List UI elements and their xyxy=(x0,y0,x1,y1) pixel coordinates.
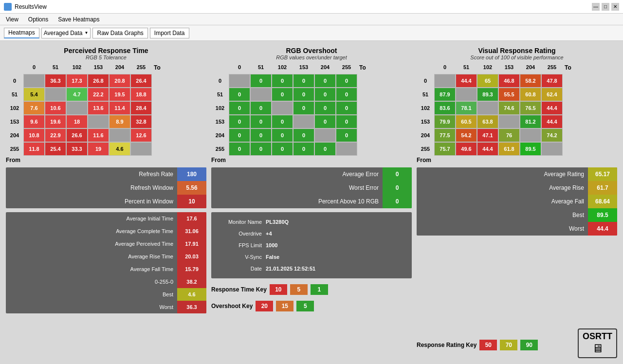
avg-complete-label: Average Complete Time xyxy=(6,228,177,234)
prt-cell-1-0: 5.4 xyxy=(23,88,45,101)
prt-col-255: 255 xyxy=(130,60,152,74)
rgb-row-51: 51 0 0 0 0 0 xyxy=(211,88,357,101)
prt-cell-1-4: 19.5 xyxy=(109,88,130,101)
avg-fall-row: Average Fall Time 15.79 xyxy=(6,263,206,275)
prt-cell-2-3: 13.6 xyxy=(88,101,109,115)
best-rating-row: Best 89.5 xyxy=(417,208,617,222)
prt-row-0: 0 36.3 17.3 26.8 20.8 26.4 xyxy=(6,74,152,88)
overshoot-key-container: Overshoot Key 20 15 5 xyxy=(211,301,412,311)
percent-above-label: Percent Above 10 RGB xyxy=(211,198,383,205)
vrr-row-102: 102 83.6 78.1 74.6 76.5 44.4 xyxy=(417,101,563,115)
monitor-name-value: PL3280Q xyxy=(266,219,289,225)
avg-rise-label: Average Rise Time xyxy=(6,254,177,259)
prt-cell-1-3: 22.2 xyxy=(88,88,109,101)
overdrive-value: +4 xyxy=(266,231,272,237)
close-button[interactable]: ✕ xyxy=(611,3,619,11)
best-rating-label: Best xyxy=(417,212,588,218)
rgb-row-204: 204 0 0 0 0 0 xyxy=(211,128,357,142)
worst-error-value: 0 xyxy=(383,181,412,195)
minimize-button[interactable]: — xyxy=(592,3,600,11)
percent-above-row: Percent Above 10 RGB 0 xyxy=(211,195,412,208)
worst-rating-value: 44.4 xyxy=(588,222,617,236)
osrtt-logo: OSRTT 🖥 xyxy=(578,328,617,358)
avg-error-value: 0 xyxy=(383,167,412,181)
worst-error-row: Worst Error 0 xyxy=(211,181,412,195)
prt-cell-2-4: 11.4 xyxy=(109,101,130,115)
raw-data-graphs-button[interactable]: Raw Data Graphs xyxy=(92,28,147,38)
monitor-name-row: Monitor Name PL3280Q xyxy=(217,216,406,228)
overdrive-row: Overdrive +4 xyxy=(217,228,406,239)
prt-cell-5-4: 4.6 xyxy=(109,142,130,156)
prt-cell-0-4: 20.8 xyxy=(109,74,130,88)
avg-rise-row: Average Rise 61.7 xyxy=(417,181,617,195)
prt-row-255: 255 11.8 25.4 33.3 19 4.6 xyxy=(6,142,152,156)
prt-cell-3-0: 9.6 xyxy=(23,115,45,128)
overshoot-key-label: Overshoot Key xyxy=(211,303,253,309)
rgb-grid: 0 51 102 153 204 255 0 0 0 0 0 0 xyxy=(211,60,357,164)
percent-window-value: 10 xyxy=(177,195,206,208)
prt-heatmap-panel: Perceived Response Time RGB 5 Tolerance … xyxy=(6,47,206,164)
vsync-row: V-Sync False xyxy=(217,251,406,263)
vrr-heatmap-panel: Visual Response Rating Score out of 100 … xyxy=(417,47,617,164)
worst-error-label: Worst Error xyxy=(211,184,383,191)
prt-cell-3-3 xyxy=(88,115,109,128)
response-rating-key-label: Response Rating Key xyxy=(417,342,476,348)
avg-perceived-value: 17.91 xyxy=(177,237,206,250)
prt-cell-0-3: 26.8 xyxy=(88,74,109,88)
import-data-button[interactable]: Import Data xyxy=(150,28,189,38)
rgb-from-label: From xyxy=(211,157,357,164)
vrr-col-headers: 0 51 102 153 204 255 xyxy=(417,60,563,74)
osrtt-text: OSRTT xyxy=(583,331,612,342)
prt-cell-1-5: 18.8 xyxy=(130,88,152,101)
averaged-data-dropdown[interactable]: Averaged Data ▼ xyxy=(41,28,91,38)
dropdown-arrow-icon: ▼ xyxy=(85,31,89,35)
prt-cell-4-2: 26.6 xyxy=(66,128,88,142)
prt-cell-4-3: 11.6 xyxy=(88,128,109,142)
overshoot-key-15: 15 xyxy=(276,301,293,311)
prt-cell-4-1: 22.9 xyxy=(45,128,66,142)
vrr-row-255: 255 75.7 49.6 44.4 61.8 89.5 xyxy=(417,142,563,156)
zero-label: 0-255-0 xyxy=(6,279,177,285)
menu-options[interactable]: Options xyxy=(26,15,50,24)
window-controls[interactable]: — □ ✕ xyxy=(592,3,619,11)
avg-fall-label: Average Fall xyxy=(417,198,588,205)
avg-error-row: Average Error 0 xyxy=(211,167,412,181)
vrr-title: Visual Response Rating xyxy=(417,47,617,55)
refresh-info-box: Refresh Rate 180 Refresh Window 5.56 Per… xyxy=(6,167,206,208)
response-time-key-10: 10 xyxy=(270,284,287,295)
menu-view[interactable]: View xyxy=(4,15,20,24)
vrr-row-0: 0 44.4 65 46.8 58.2 47.8 xyxy=(417,74,563,88)
avg-rise-row: Average Rise Time 20.03 xyxy=(6,250,206,263)
prt-to-label: To xyxy=(154,60,161,71)
refresh-window-value: 5.56 xyxy=(177,181,206,195)
response-rating-key-50: 50 xyxy=(479,340,497,350)
prt-cell-0-1: 36.3 xyxy=(45,74,66,88)
prt-row-51: 51 5.4 4.7 22.2 19.5 18.8 xyxy=(6,88,152,101)
avg-rating-label: Average Rating xyxy=(417,171,588,178)
prt-corner xyxy=(6,60,23,74)
avg-fall-label: Average Fall Time xyxy=(6,266,177,272)
maximize-button[interactable]: □ xyxy=(602,3,609,11)
prt-cell-5-5 xyxy=(130,142,152,156)
prt-section: Perceived Response Time RGB 5 Tolerance … xyxy=(6,47,206,358)
menu-bar: View Options Save Heatmaps xyxy=(0,14,623,25)
percent-above-value: 0 xyxy=(383,195,412,208)
refresh-rate-value: 180 xyxy=(177,167,206,181)
menu-save-heatmaps[interactable]: Save Heatmaps xyxy=(56,15,101,24)
rgb-row-102: 102 0 0 0 0 0 xyxy=(211,101,357,115)
response-time-key-5: 5 xyxy=(290,284,308,295)
prt-cell-4-0: 10.8 xyxy=(23,128,45,142)
avg-rise-value: 20.03 xyxy=(177,250,206,263)
heatmaps-button[interactable]: Heatmaps xyxy=(4,28,39,38)
vrr-row-51: 51 87.9 89.3 55.5 60.8 62.4 xyxy=(417,88,563,101)
avg-fall-value: 68.64 xyxy=(588,195,617,208)
prt-subtitle: RGB 5 Tolerance xyxy=(6,55,206,60)
monitor-info-box: Monitor Name PL3280Q Overdrive +4 FPS Li… xyxy=(211,212,412,278)
prt-cell-0-2: 17.3 xyxy=(66,74,88,88)
vsync-value: False xyxy=(266,254,279,260)
prt-cell-2-2 xyxy=(66,101,88,115)
timing-stats-box: Average Initial Time 17.6 Average Comple… xyxy=(6,212,206,313)
vsync-label: V-Sync xyxy=(217,254,266,260)
date-row: Date 21.01.2025 12:52:51 xyxy=(217,263,406,274)
prt-cell-2-0: 7.6 xyxy=(23,101,45,115)
